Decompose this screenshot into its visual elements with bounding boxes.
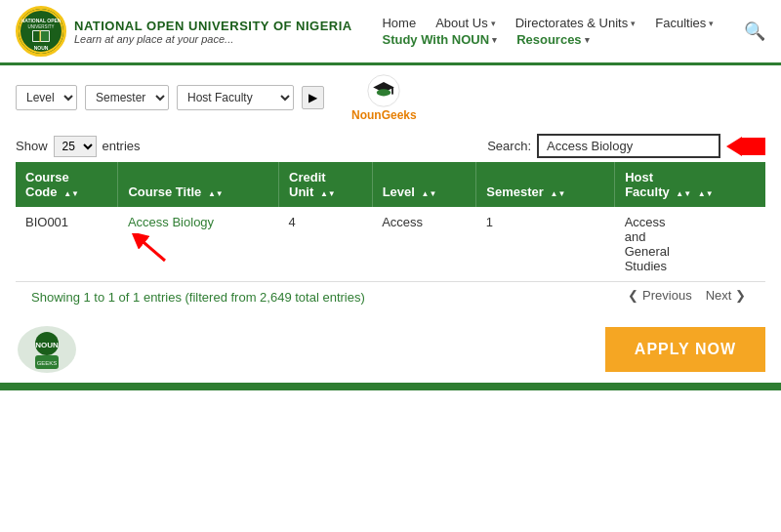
faculties-arrow: ▾ <box>709 19 714 28</box>
search-label: Search: <box>487 139 531 153</box>
footer-logo-svg: NOUN GEEKS <box>16 324 79 375</box>
footer-logo: NOUN GEEKS <box>16 324 79 375</box>
svg-line-13 <box>138 237 165 261</box>
brand-tagline: Learn at any place at your pace... <box>74 33 352 45</box>
resources-arrow: ▾ <box>585 35 590 45</box>
brand-text: NATIONAL OPEN UNIVERSITY OF NIGERIA Lear… <box>74 19 352 45</box>
cell-host-faculty: AccessandGeneralStudies <box>615 207 765 282</box>
col-level: Level ▲▼ <box>372 162 476 207</box>
entries-label: entries <box>103 139 141 153</box>
prev-button[interactable]: ❮ Previous <box>624 286 695 305</box>
noungeeks-icon <box>366 73 401 108</box>
nav-faculties[interactable]: Faculties ▾ <box>655 16 714 30</box>
show-search-row: Show 25 entries Search: <box>0 130 781 162</box>
sort-course-code[interactable]: ▲▼ <box>63 190 79 198</box>
cell-semester: 1 <box>476 207 615 282</box>
nav-about[interactable]: About Us ▾ <box>435 16 495 30</box>
course-title-link[interactable]: Access Biology <box>128 215 269 229</box>
pagination: ❮ Previous Next ❯ <box>608 286 765 308</box>
cell-course-title: Access Biology <box>118 207 279 282</box>
sort-level[interactable]: ▲▼ <box>422 190 437 198</box>
nav-study[interactable]: Study With NOUN ▾ <box>382 32 497 47</box>
nav-home[interactable]: Home <box>382 16 416 30</box>
nav-row-1: Home About Us ▾ Directorates & Units ▾ F… <box>382 16 714 30</box>
header: NATIONAL OPEN UNIVERSITY NOUN NATIONAL O… <box>0 0 781 65</box>
main-nav: Home About Us ▾ Directorates & Units ▾ F… <box>382 16 714 47</box>
logo-circle: NATIONAL OPEN UNIVERSITY NOUN <box>16 6 66 57</box>
nav-directorates[interactable]: Directorates & Units ▾ <box>515 16 637 30</box>
show-label: Show <box>16 139 48 153</box>
cell-credit-unit: 4 <box>279 207 373 282</box>
svg-rect-4 <box>33 31 40 41</box>
search-input[interactable] <box>537 134 720 158</box>
nav-row-2: Study With NOUN ▾ Resources ▾ <box>382 32 714 47</box>
search-right: Search: <box>487 134 765 158</box>
svg-text:GEEKS: GEEKS <box>37 360 58 366</box>
cell-course-code: BIO001 <box>16 207 118 282</box>
next-button[interactable]: Next ❯ <box>702 286 750 305</box>
faculty-filter[interactable]: Host Faculty <box>177 85 294 110</box>
svg-rect-5 <box>41 31 49 41</box>
apply-now-button[interactable]: APPLY NOW <box>605 327 765 372</box>
study-arrow: ▾ <box>492 35 497 45</box>
nav-resources[interactable]: Resources ▾ <box>516 32 589 47</box>
cell-level: Access <box>372 207 476 282</box>
entries-select[interactable]: 25 <box>54 136 97 157</box>
sort-course-title[interactable]: ▲▼ <box>208 190 224 198</box>
header-search-icon[interactable]: 🔍 <box>744 20 765 42</box>
red-arrow-icon <box>726 137 742 156</box>
footer-bar: NOUN GEEKS APPLY NOW <box>0 316 781 383</box>
sort-semester[interactable]: ▲▼ <box>550 190 565 198</box>
svg-point-11 <box>377 89 390 96</box>
green-bottom-bar <box>0 383 781 390</box>
showing-text: Showing 1 to 1 of 1 entries (filtered fr… <box>16 282 381 312</box>
col-credit-unit: CreditUnit ▲▼ <box>279 162 373 207</box>
svg-text:NOUN: NOUN <box>34 45 49 51</box>
filters-row: Level Semester Host Faculty ▶ NounGeeks <box>0 65 781 130</box>
svg-text:NATIONAL OPEN: NATIONAL OPEN <box>21 18 62 23</box>
about-arrow: ▾ <box>491 19 496 28</box>
directorates-arrow: ▾ <box>631 19 636 28</box>
search-arrow-indicator <box>726 137 765 156</box>
sort-host-faculty[interactable]: ▲▼ <box>676 190 691 198</box>
table-body: BIO001 Access Biology <box>16 207 765 282</box>
course-link-arrow <box>128 233 269 266</box>
brand-title: NATIONAL OPEN UNIVERSITY OF NIGERIA <box>74 19 352 33</box>
svg-text:UNIVERSITY: UNIVERSITY <box>27 24 54 29</box>
table-row: BIO001 Access Biology <box>16 207 765 282</box>
svg-text:NOUN: NOUN <box>35 341 59 349</box>
col-semester: Semester ▲▼ <box>476 162 615 207</box>
red-arrow-course <box>128 233 167 263</box>
level-filter[interactable]: Level <box>16 85 77 110</box>
course-table: CourseCode ▲▼ Course Title ▲▼ CreditUnit… <box>16 162 765 282</box>
noungeeks-logo: NounGeeks <box>351 73 417 122</box>
filter-submit-button[interactable]: ▶ <box>302 86 324 109</box>
table-header: CourseCode ▲▼ Course Title ▲▼ CreditUnit… <box>16 162 765 207</box>
semester-filter[interactable]: Semester <box>85 85 169 110</box>
sort-host-faculty-2[interactable]: ▲▼ <box>698 190 714 198</box>
show-entries-left: Show 25 entries <box>16 136 141 157</box>
col-course-code: CourseCode ▲▼ <box>16 162 118 207</box>
course-table-container: CourseCode ▲▼ Course Title ▲▼ CreditUnit… <box>0 162 781 282</box>
logo-area: NATIONAL OPEN UNIVERSITY NOUN NATIONAL O… <box>16 6 352 57</box>
sort-credit-unit[interactable]: ▲▼ <box>320 190 336 198</box>
col-host-faculty: HostFaculty ▲▼ ▲▼ <box>615 162 765 207</box>
svg-rect-10 <box>391 87 393 94</box>
noungeeks-label: NounGeeks <box>351 108 417 122</box>
red-arrow-tail <box>742 138 765 155</box>
col-course-title: Course Title ▲▼ <box>118 162 279 207</box>
